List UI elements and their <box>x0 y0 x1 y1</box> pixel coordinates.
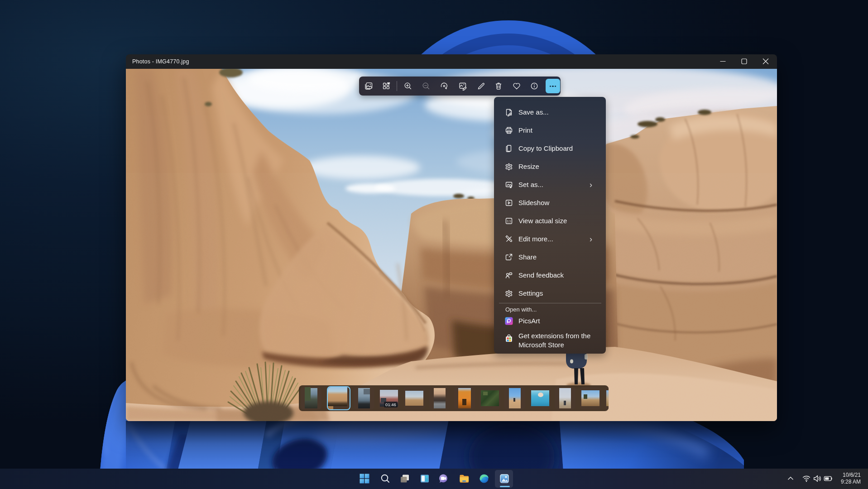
svg-text:1:1: 1:1 <box>507 220 511 223</box>
